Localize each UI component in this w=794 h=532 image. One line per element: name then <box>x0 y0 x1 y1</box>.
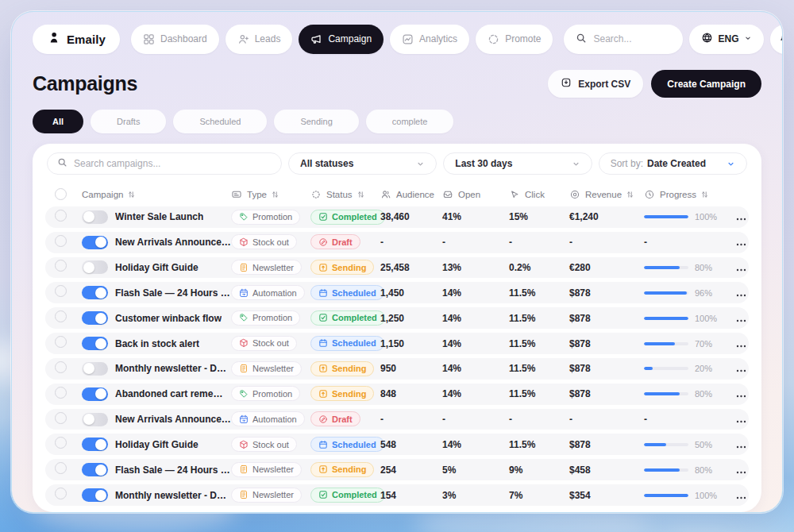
progress-bar <box>644 317 688 320</box>
column-header-status[interactable]: Status <box>310 189 380 200</box>
row-checkbox[interactable] <box>55 412 67 424</box>
audience-value: 950 <box>380 363 442 374</box>
doc-icon <box>239 465 249 474</box>
page-title: Campaigns <box>33 72 137 95</box>
row-more-button[interactable] <box>734 341 748 351</box>
tab-sending[interactable]: Sending <box>274 110 358 133</box>
campaign-toggle[interactable] <box>82 463 108 476</box>
row-more-button[interactable] <box>734 391 748 401</box>
row-more-button[interactable] <box>734 493 748 503</box>
row-checkbox[interactable] <box>55 260 67 272</box>
create-campaign-button[interactable]: Create Campaign <box>651 70 761 98</box>
row-checkbox[interactable] <box>55 387 67 399</box>
type-chip: Stock out <box>231 336 297 351</box>
click-rate-value: 11.5% <box>509 338 569 349</box>
status-filter-value: All statuses <box>300 158 353 169</box>
campaign-toggle[interactable] <box>82 236 108 249</box>
sort-arrows-icon[interactable] <box>357 191 364 199</box>
campaign-search[interactable] <box>47 152 282 175</box>
row-more-button[interactable] <box>734 366 748 376</box>
select-all-checkbox[interactable] <box>55 188 67 200</box>
export-csv-button[interactable]: Export CSV <box>548 70 643 98</box>
tab-all[interactable]: All <box>33 110 83 133</box>
language-selector[interactable]: ENG <box>689 25 763 54</box>
nav-item-promote[interactable]: Promote <box>476 25 553 54</box>
doc-icon <box>239 263 249 272</box>
sort-arrows-icon[interactable] <box>626 191 634 199</box>
row-checkbox[interactable] <box>55 210 67 222</box>
daterange-filter-value: Last 30 days <box>455 158 512 169</box>
tab-complete[interactable]: complete <box>366 110 454 133</box>
status-filter-select[interactable]: All statuses <box>288 152 437 175</box>
row-checkbox[interactable] <box>55 336 67 348</box>
nav-item-campaign[interactable]: Campaign <box>299 25 384 54</box>
row-checkbox[interactable] <box>55 437 67 449</box>
pencil-icon <box>318 237 328 247</box>
notifications-button[interactable] <box>770 25 784 54</box>
row-checkbox[interactable] <box>55 285 67 297</box>
check-icon <box>318 490 328 499</box>
campaign-toggle[interactable] <box>82 488 108 502</box>
row-more-button[interactable] <box>734 291 748 300</box>
nav-item-dashboard[interactable]: Dashboard <box>131 25 219 54</box>
calendar-icon <box>318 338 328 348</box>
sort-select[interactable]: Sort by: Date Created <box>599 152 747 175</box>
revenue-value: $458 <box>569 465 644 476</box>
row-more-button[interactable] <box>734 214 748 224</box>
row-more-button[interactable] <box>734 265 748 275</box>
status-badge: Sending <box>310 386 374 401</box>
progress-cell: - <box>644 414 734 425</box>
column-label: Revenue <box>585 190 622 199</box>
global-search-input[interactable] <box>593 33 669 44</box>
table-body: Winter Sale Launch Promotion Completed 3… <box>45 206 749 506</box>
row-checkbox[interactable] <box>55 462 67 474</box>
row-more-button[interactable] <box>734 468 748 477</box>
campaign-toggle[interactable] <box>82 210 108 224</box>
campaign-toggle[interactable] <box>82 387 108 401</box>
row-more-button[interactable] <box>734 417 748 426</box>
brand-logo[interactable]: Emaily <box>33 25 120 54</box>
row-more-button[interactable] <box>734 316 748 326</box>
campaign-toggle[interactable] <box>82 413 108 426</box>
table-filterbar: All statuses Last 30 days Sort by: Date … <box>47 152 747 175</box>
topbar: Emaily Dashboard Leads Campaign Analytic… <box>33 24 761 54</box>
campaign-search-input[interactable] <box>74 158 272 169</box>
campaign-toggle[interactable] <box>82 311 108 325</box>
campaign-toggle[interactable] <box>82 260 108 274</box>
nav-label: Dashboard <box>160 33 207 44</box>
campaign-toggle[interactable] <box>82 286 108 299</box>
nav-item-leads[interactable]: Leads <box>225 25 293 54</box>
global-search[interactable] <box>564 25 683 54</box>
column-header-revenue[interactable]: Revenue <box>569 189 644 200</box>
nav-item-analytics[interactable]: Analytics <box>390 25 469 54</box>
type-chip: Promotion <box>231 310 300 326</box>
status-badge: Completed <box>310 210 385 225</box>
table-row: Holiday Gift Guide Stock out Scheduled 5… <box>45 434 749 455</box>
sort-arrows-icon[interactable] <box>701 191 708 199</box>
column-header-type[interactable]: Type <box>231 189 310 200</box>
row-checkbox[interactable] <box>55 235 67 247</box>
type-chip: Automation <box>231 411 305 426</box>
row-checkbox[interactable] <box>55 361 67 373</box>
check-icon <box>318 212 328 222</box>
sort-arrows-icon[interactable] <box>272 191 279 199</box>
tab-drafts[interactable]: Drafts <box>91 110 166 133</box>
app-window: Emaily Dashboard Leads Campaign Analytic… <box>11 11 783 513</box>
row-more-button[interactable] <box>734 240 748 249</box>
campaign-toggle[interactable] <box>82 362 108 376</box>
column-header-progress[interactable]: Progress <box>644 189 734 200</box>
sort-arrows-icon[interactable] <box>128 191 135 199</box>
daterange-filter-select[interactable]: Last 30 days <box>443 152 592 175</box>
audience-value: 848 <box>380 388 442 399</box>
audience-value: 1,250 <box>380 313 442 324</box>
tab-scheduled[interactable]: Scheduled <box>173 110 267 133</box>
column-header-campaign[interactable]: Campaign <box>82 190 231 199</box>
progress-bar <box>644 443 688 446</box>
campaign-toggle[interactable] <box>82 438 108 451</box>
click-rate-value: 11.5% <box>509 313 569 324</box>
row-more-button[interactable] <box>734 442 748 452</box>
click-rate-value: 11.5% <box>509 287 569 299</box>
row-checkbox[interactable] <box>55 488 67 499</box>
campaign-toggle[interactable] <box>82 337 108 350</box>
row-checkbox[interactable] <box>55 310 67 322</box>
